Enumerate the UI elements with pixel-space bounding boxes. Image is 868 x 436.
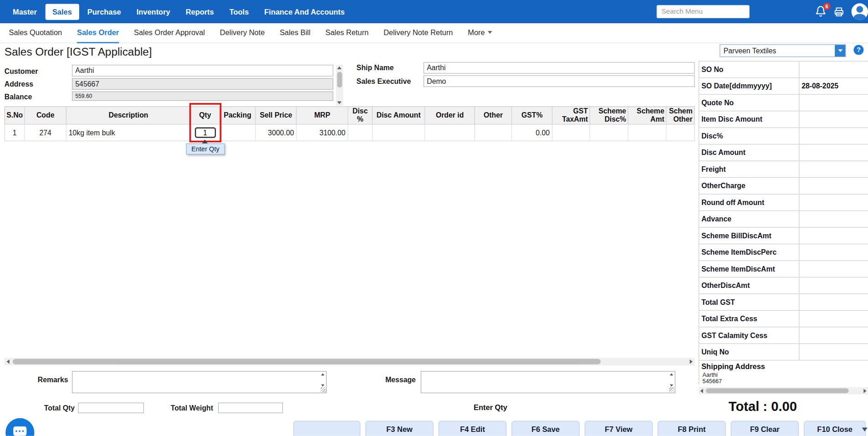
- side-label: Total Extra Cess: [699, 311, 799, 327]
- chevron-down-icon: [488, 31, 492, 34]
- total-qty-input[interactable]: [78, 403, 144, 413]
- side-value[interactable]: [799, 178, 868, 194]
- side-value[interactable]: [799, 261, 868, 277]
- cell-scheme-disc: [590, 125, 628, 141]
- col-header-other: Other: [475, 106, 512, 124]
- col-header-gst-taxamt: GST TaxAmt: [552, 106, 590, 124]
- side-value[interactable]: [799, 161, 868, 177]
- cell-description: 10kg item bulk: [66, 125, 191, 141]
- f9-clear-button[interactable]: F9 Clear: [731, 421, 799, 436]
- scroll-down-icon[interactable]: [670, 385, 673, 387]
- side-value[interactable]: [799, 294, 868, 310]
- side-value[interactable]: [799, 62, 868, 77]
- tab-sales-order[interactable]: Sales Order: [77, 23, 119, 43]
- dropdown-arrow-icon[interactable]: [835, 45, 845, 56]
- f6-save-button[interactable]: F6 Save: [511, 421, 580, 436]
- printer-icon[interactable]: [834, 7, 846, 19]
- items-table: S.No Code Description Qty Packing Sell P…: [5, 106, 695, 141]
- cell-other: [475, 125, 512, 141]
- nav-item-inventory[interactable]: Inventory: [129, 4, 177, 20]
- side-value[interactable]: [799, 195, 868, 210]
- side-row-quote-no: Quote No: [699, 95, 868, 111]
- side-value[interactable]: [799, 95, 868, 111]
- user-avatar[interactable]: [852, 3, 868, 20]
- scroll-up-icon[interactable]: [321, 373, 324, 375]
- tab-sales-quotation[interactable]: Sales Quotation: [9, 23, 62, 43]
- side-row-scheme-billdiscamt: Scheme BillDiscAmt: [699, 228, 868, 244]
- side-value[interactable]: [799, 128, 868, 144]
- customer-label: Customer: [5, 67, 38, 75]
- balance-input[interactable]: [72, 92, 333, 101]
- tooltip-arrow-icon: [202, 139, 208, 144]
- nav-item-finance-and-accounts[interactable]: Finance And Accounts: [257, 4, 352, 20]
- search-input[interactable]: [657, 5, 750, 18]
- tab-more[interactable]: More: [468, 23, 492, 43]
- form-vertical-scrollbar[interactable]: [336, 65, 343, 106]
- tab-delivery-note-return[interactable]: Delivery Note Return: [383, 23, 453, 43]
- side-value[interactable]: [799, 327, 868, 343]
- sales-executive-input[interactable]: [424, 75, 695, 87]
- nav-item-master[interactable]: Master: [5, 4, 44, 20]
- f7-view-button[interactable]: F7 View: [585, 421, 653, 436]
- tab-sales-bill[interactable]: Sales Bill: [280, 23, 311, 43]
- side-value[interactable]: [799, 144, 868, 160]
- side-label: Freight: [699, 161, 799, 177]
- side-value[interactable]: [799, 244, 868, 260]
- side-panel-horizontal-scrollbar[interactable]: [699, 387, 868, 395]
- chat-icon[interactable]: [5, 418, 34, 436]
- f10-close-button[interactable]: F10 Close: [804, 421, 866, 436]
- side-value[interactable]: [799, 211, 868, 227]
- notification-badge: 6: [823, 3, 831, 10]
- nav-item-sales[interactable]: Sales: [45, 4, 79, 20]
- remarks-textarea[interactable]: [72, 371, 327, 393]
- side-value[interactable]: [799, 311, 868, 327]
- col-header-scheme-amt: Scheme Amt: [628, 106, 667, 124]
- customer-input[interactable]: [72, 65, 333, 77]
- cell-disc-amount: [373, 125, 425, 141]
- side-label: Advance: [699, 211, 799, 227]
- nav-item-tools[interactable]: Tools: [222, 4, 256, 20]
- qty-tooltip: Enter Qty: [186, 144, 225, 154]
- col-header-mrp: MRP: [297, 106, 348, 124]
- side-value[interactable]: [799, 228, 868, 244]
- company-select[interactable]: Parveen Textiles: [720, 44, 846, 57]
- f8-print-button[interactable]: F8 Print: [658, 421, 726, 436]
- table-horizontal-scrollbar[interactable]: [5, 358, 695, 365]
- tab-sales-return[interactable]: Sales Return: [325, 23, 368, 43]
- side-label: Uniq No: [699, 344, 799, 360]
- scroll-up-icon[interactable]: [670, 373, 673, 375]
- tab-sales-order-approval[interactable]: Sales Order Approval: [134, 23, 205, 43]
- remarks-label: Remarks: [22, 375, 68, 384]
- help-icon[interactable]: ?: [853, 45, 863, 55]
- scroll-more-icon[interactable]: [862, 427, 868, 431]
- side-row-total-gst: Total GST: [699, 294, 868, 310]
- side-label: Total GST: [699, 294, 799, 310]
- tab-delivery-note[interactable]: Delivery Note: [220, 23, 265, 43]
- scroll-down-icon[interactable]: [321, 385, 324, 387]
- side-value[interactable]: [799, 344, 868, 360]
- nav-item-purchase[interactable]: Purchase: [80, 4, 128, 20]
- col-header-sell-price: Sell Price: [256, 106, 297, 124]
- col-header-code: Code: [25, 106, 66, 124]
- side-value[interactable]: [799, 111, 868, 127]
- side-row-so-date: SO Date[ddmmyyyy]28-08-2025: [699, 78, 868, 94]
- resize-grip-icon[interactable]: [669, 387, 674, 392]
- side-value[interactable]: [799, 277, 868, 293]
- resize-grip-icon[interactable]: [321, 387, 326, 392]
- ship-name-input[interactable]: [424, 62, 695, 74]
- message-textarea[interactable]: [421, 371, 675, 393]
- address-input[interactable]: [72, 78, 333, 90]
- side-value[interactable]: 28-08-2025: [799, 78, 868, 94]
- col-header-sno: S.No: [5, 106, 25, 124]
- f3-new-button[interactable]: F3 New: [365, 421, 434, 436]
- f4-edit-button[interactable]: F4 Edit: [439, 421, 507, 436]
- nav-item-reports[interactable]: Reports: [179, 4, 221, 20]
- qty-input[interactable]: [194, 128, 215, 138]
- total-weight-input[interactable]: [218, 403, 283, 413]
- col-header-gst-pct: GST%: [512, 106, 552, 124]
- notification-bell-icon[interactable]: 6: [815, 5, 827, 18]
- totals-side-panel: SO No SO Date[ddmmyyyy]28-08-2025 Quote …: [699, 61, 868, 385]
- function-button-blank[interactable]: [293, 421, 360, 436]
- side-label: Disc%: [699, 128, 799, 144]
- side-row-item-disc-amount: Item Disc Amount: [699, 111, 868, 128]
